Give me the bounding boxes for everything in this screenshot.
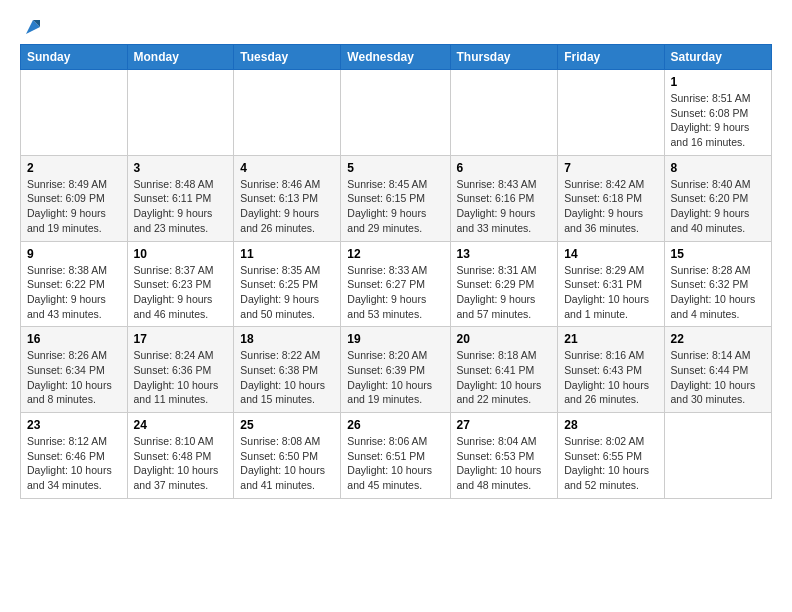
- day-info: Sunrise: 8:43 AM Sunset: 6:16 PM Dayligh…: [457, 177, 552, 236]
- day-info: Sunrise: 8:48 AM Sunset: 6:11 PM Dayligh…: [134, 177, 228, 236]
- day-cell: [234, 70, 341, 156]
- day-info: Sunrise: 8:46 AM Sunset: 6:13 PM Dayligh…: [240, 177, 334, 236]
- day-info: Sunrise: 8:37 AM Sunset: 6:23 PM Dayligh…: [134, 263, 228, 322]
- day-number: 9: [27, 247, 121, 261]
- day-cell: 9Sunrise: 8:38 AM Sunset: 6:22 PM Daylig…: [21, 241, 128, 327]
- day-info: Sunrise: 8:08 AM Sunset: 6:50 PM Dayligh…: [240, 434, 334, 493]
- day-info: Sunrise: 8:28 AM Sunset: 6:32 PM Dayligh…: [671, 263, 765, 322]
- day-cell: 1Sunrise: 8:51 AM Sunset: 6:08 PM Daylig…: [664, 70, 771, 156]
- day-info: Sunrise: 8:33 AM Sunset: 6:27 PM Dayligh…: [347, 263, 443, 322]
- day-cell: 12Sunrise: 8:33 AM Sunset: 6:27 PM Dayli…: [341, 241, 450, 327]
- day-info: Sunrise: 8:49 AM Sunset: 6:09 PM Dayligh…: [27, 177, 121, 236]
- day-number: 27: [457, 418, 552, 432]
- day-cell: 7Sunrise: 8:42 AM Sunset: 6:18 PM Daylig…: [558, 155, 664, 241]
- day-cell: 3Sunrise: 8:48 AM Sunset: 6:11 PM Daylig…: [127, 155, 234, 241]
- day-cell: 25Sunrise: 8:08 AM Sunset: 6:50 PM Dayli…: [234, 413, 341, 499]
- calendar-header: SundayMondayTuesdayWednesdayThursdayFrid…: [21, 45, 772, 70]
- day-cell: 2Sunrise: 8:49 AM Sunset: 6:09 PM Daylig…: [21, 155, 128, 241]
- calendar-body: 1Sunrise: 8:51 AM Sunset: 6:08 PM Daylig…: [21, 70, 772, 499]
- day-number: 16: [27, 332, 121, 346]
- day-number: 10: [134, 247, 228, 261]
- day-info: Sunrise: 8:24 AM Sunset: 6:36 PM Dayligh…: [134, 348, 228, 407]
- weekday-header-saturday: Saturday: [664, 45, 771, 70]
- day-cell: 23Sunrise: 8:12 AM Sunset: 6:46 PM Dayli…: [21, 413, 128, 499]
- day-info: Sunrise: 8:40 AM Sunset: 6:20 PM Dayligh…: [671, 177, 765, 236]
- day-info: Sunrise: 8:26 AM Sunset: 6:34 PM Dayligh…: [27, 348, 121, 407]
- day-info: Sunrise: 8:04 AM Sunset: 6:53 PM Dayligh…: [457, 434, 552, 493]
- header-row: SundayMondayTuesdayWednesdayThursdayFrid…: [21, 45, 772, 70]
- day-cell: 26Sunrise: 8:06 AM Sunset: 6:51 PM Dayli…: [341, 413, 450, 499]
- week-row-1: 2Sunrise: 8:49 AM Sunset: 6:09 PM Daylig…: [21, 155, 772, 241]
- day-info: Sunrise: 8:51 AM Sunset: 6:08 PM Dayligh…: [671, 91, 765, 150]
- day-number: 18: [240, 332, 334, 346]
- weekday-header-tuesday: Tuesday: [234, 45, 341, 70]
- week-row-3: 16Sunrise: 8:26 AM Sunset: 6:34 PM Dayli…: [21, 327, 772, 413]
- day-number: 2: [27, 161, 121, 175]
- logo: [20, 16, 44, 38]
- day-number: 24: [134, 418, 228, 432]
- day-number: 14: [564, 247, 657, 261]
- day-info: Sunrise: 8:16 AM Sunset: 6:43 PM Dayligh…: [564, 348, 657, 407]
- day-number: 23: [27, 418, 121, 432]
- day-info: Sunrise: 8:14 AM Sunset: 6:44 PM Dayligh…: [671, 348, 765, 407]
- weekday-header-monday: Monday: [127, 45, 234, 70]
- day-info: Sunrise: 8:31 AM Sunset: 6:29 PM Dayligh…: [457, 263, 552, 322]
- day-cell: 16Sunrise: 8:26 AM Sunset: 6:34 PM Dayli…: [21, 327, 128, 413]
- day-number: 1: [671, 75, 765, 89]
- weekday-header-friday: Friday: [558, 45, 664, 70]
- weekday-header-wednesday: Wednesday: [341, 45, 450, 70]
- day-info: Sunrise: 8:18 AM Sunset: 6:41 PM Dayligh…: [457, 348, 552, 407]
- day-cell: [21, 70, 128, 156]
- day-info: Sunrise: 8:45 AM Sunset: 6:15 PM Dayligh…: [347, 177, 443, 236]
- day-cell: 17Sunrise: 8:24 AM Sunset: 6:36 PM Dayli…: [127, 327, 234, 413]
- day-info: Sunrise: 8:29 AM Sunset: 6:31 PM Dayligh…: [564, 263, 657, 322]
- day-cell: 8Sunrise: 8:40 AM Sunset: 6:20 PM Daylig…: [664, 155, 771, 241]
- day-number: 19: [347, 332, 443, 346]
- day-cell: [558, 70, 664, 156]
- day-info: Sunrise: 8:06 AM Sunset: 6:51 PM Dayligh…: [347, 434, 443, 493]
- page: SundayMondayTuesdayWednesdayThursdayFrid…: [0, 0, 792, 515]
- day-number: 3: [134, 161, 228, 175]
- day-info: Sunrise: 8:12 AM Sunset: 6:46 PM Dayligh…: [27, 434, 121, 493]
- day-number: 4: [240, 161, 334, 175]
- day-cell: 11Sunrise: 8:35 AM Sunset: 6:25 PM Dayli…: [234, 241, 341, 327]
- day-cell: 21Sunrise: 8:16 AM Sunset: 6:43 PM Dayli…: [558, 327, 664, 413]
- day-cell: 28Sunrise: 8:02 AM Sunset: 6:55 PM Dayli…: [558, 413, 664, 499]
- day-number: 17: [134, 332, 228, 346]
- day-cell: 13Sunrise: 8:31 AM Sunset: 6:29 PM Dayli…: [450, 241, 558, 327]
- day-number: 6: [457, 161, 552, 175]
- day-cell: [664, 413, 771, 499]
- day-cell: 20Sunrise: 8:18 AM Sunset: 6:41 PM Dayli…: [450, 327, 558, 413]
- day-info: Sunrise: 8:35 AM Sunset: 6:25 PM Dayligh…: [240, 263, 334, 322]
- day-info: Sunrise: 8:42 AM Sunset: 6:18 PM Dayligh…: [564, 177, 657, 236]
- weekday-header-sunday: Sunday: [21, 45, 128, 70]
- day-number: 22: [671, 332, 765, 346]
- day-number: 21: [564, 332, 657, 346]
- day-number: 8: [671, 161, 765, 175]
- day-cell: 4Sunrise: 8:46 AM Sunset: 6:13 PM Daylig…: [234, 155, 341, 241]
- day-cell: 14Sunrise: 8:29 AM Sunset: 6:31 PM Dayli…: [558, 241, 664, 327]
- header: [20, 16, 772, 38]
- day-info: Sunrise: 8:38 AM Sunset: 6:22 PM Dayligh…: [27, 263, 121, 322]
- day-number: 5: [347, 161, 443, 175]
- week-row-4: 23Sunrise: 8:12 AM Sunset: 6:46 PM Dayli…: [21, 413, 772, 499]
- day-number: 7: [564, 161, 657, 175]
- day-cell: 24Sunrise: 8:10 AM Sunset: 6:48 PM Dayli…: [127, 413, 234, 499]
- logo-icon: [22, 16, 44, 38]
- day-info: Sunrise: 8:02 AM Sunset: 6:55 PM Dayligh…: [564, 434, 657, 493]
- day-cell: 5Sunrise: 8:45 AM Sunset: 6:15 PM Daylig…: [341, 155, 450, 241]
- day-number: 28: [564, 418, 657, 432]
- day-number: 20: [457, 332, 552, 346]
- day-info: Sunrise: 8:10 AM Sunset: 6:48 PM Dayligh…: [134, 434, 228, 493]
- day-info: Sunrise: 8:20 AM Sunset: 6:39 PM Dayligh…: [347, 348, 443, 407]
- day-cell: 6Sunrise: 8:43 AM Sunset: 6:16 PM Daylig…: [450, 155, 558, 241]
- day-number: 26: [347, 418, 443, 432]
- weekday-header-thursday: Thursday: [450, 45, 558, 70]
- day-number: 11: [240, 247, 334, 261]
- week-row-0: 1Sunrise: 8:51 AM Sunset: 6:08 PM Daylig…: [21, 70, 772, 156]
- calendar: SundayMondayTuesdayWednesdayThursdayFrid…: [20, 44, 772, 499]
- day-cell: 27Sunrise: 8:04 AM Sunset: 6:53 PM Dayli…: [450, 413, 558, 499]
- day-cell: [450, 70, 558, 156]
- day-cell: [127, 70, 234, 156]
- day-cell: 19Sunrise: 8:20 AM Sunset: 6:39 PM Dayli…: [341, 327, 450, 413]
